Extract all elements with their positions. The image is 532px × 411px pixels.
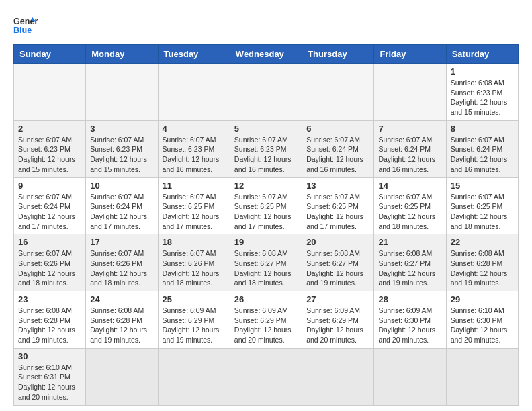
day-number: 24 bbox=[90, 294, 153, 304]
day-number: 30 bbox=[18, 351, 81, 361]
calendar-cell: 3Sunrise: 6:07 AM Sunset: 6:23 PM Daylig… bbox=[86, 120, 158, 177]
calendar-cell: 17Sunrise: 6:07 AM Sunset: 6:26 PM Dayli… bbox=[86, 234, 158, 291]
day-info: Sunrise: 6:07 AM Sunset: 6:25 PM Dayligh… bbox=[378, 192, 441, 232]
calendar-cell: 1Sunrise: 6:08 AM Sunset: 6:23 PM Daylig… bbox=[446, 64, 518, 121]
day-header-friday: Friday bbox=[374, 45, 446, 64]
calendar-cell bbox=[158, 64, 230, 121]
day-number: 7 bbox=[378, 124, 441, 134]
day-info: Sunrise: 6:09 AM Sunset: 6:29 PM Dayligh… bbox=[306, 306, 369, 345]
calendar-cell bbox=[302, 64, 374, 121]
calendar-cell: 9Sunrise: 6:07 AM Sunset: 6:24 PM Daylig… bbox=[14, 177, 86, 234]
calendar-cell: 6Sunrise: 6:07 AM Sunset: 6:24 PM Daylig… bbox=[302, 120, 374, 177]
logo: General Blue bbox=[13, 13, 42, 38]
calendar-week-4: 16Sunrise: 6:07 AM Sunset: 6:26 PM Dayli… bbox=[14, 234, 519, 291]
day-number: 13 bbox=[306, 181, 369, 191]
calendar-cell: 29Sunrise: 6:10 AM Sunset: 6:30 PM Dayli… bbox=[446, 291, 518, 349]
day-number: 25 bbox=[163, 294, 226, 304]
day-info: Sunrise: 6:09 AM Sunset: 6:29 PM Dayligh… bbox=[234, 306, 298, 345]
day-info: Sunrise: 6:08 AM Sunset: 6:27 PM Dayligh… bbox=[306, 248, 369, 288]
day-info: Sunrise: 6:07 AM Sunset: 6:23 PM Dayligh… bbox=[18, 135, 81, 175]
day-number: 20 bbox=[306, 237, 369, 247]
day-number: 17 bbox=[90, 237, 153, 247]
calendar-cell: 18Sunrise: 6:07 AM Sunset: 6:26 PM Dayli… bbox=[158, 234, 230, 291]
svg-text:Blue: Blue bbox=[13, 26, 32, 35]
day-number: 14 bbox=[378, 181, 441, 191]
day-info: Sunrise: 6:08 AM Sunset: 6:27 PM Dayligh… bbox=[378, 248, 441, 288]
calendar-cell: 23Sunrise: 6:08 AM Sunset: 6:28 PM Dayli… bbox=[14, 291, 86, 349]
day-number: 18 bbox=[163, 237, 226, 247]
calendar-cell: 19Sunrise: 6:08 AM Sunset: 6:27 PM Dayli… bbox=[230, 234, 302, 291]
calendar-cell: 13Sunrise: 6:07 AM Sunset: 6:25 PM Dayli… bbox=[302, 177, 374, 234]
day-info: Sunrise: 6:08 AM Sunset: 6:27 PM Dayligh… bbox=[234, 248, 298, 288]
day-info: Sunrise: 6:07 AM Sunset: 6:23 PM Dayligh… bbox=[90, 135, 153, 175]
day-number: 16 bbox=[18, 237, 81, 247]
day-header-thursday: Thursday bbox=[302, 45, 374, 64]
calendar-week-3: 9Sunrise: 6:07 AM Sunset: 6:24 PM Daylig… bbox=[14, 177, 519, 234]
calendar-cell: 21Sunrise: 6:08 AM Sunset: 6:27 PM Dayli… bbox=[374, 234, 446, 291]
day-number: 28 bbox=[378, 294, 441, 304]
calendar-week-1: 1Sunrise: 6:08 AM Sunset: 6:23 PM Daylig… bbox=[14, 64, 519, 121]
day-info: Sunrise: 6:07 AM Sunset: 6:24 PM Dayligh… bbox=[306, 135, 369, 175]
calendar-cell bbox=[374, 64, 446, 121]
day-number: 8 bbox=[451, 124, 514, 134]
calendar-cell: 2Sunrise: 6:07 AM Sunset: 6:23 PM Daylig… bbox=[14, 120, 86, 177]
calendar-cell bbox=[302, 348, 374, 405]
day-info: Sunrise: 6:09 AM Sunset: 6:30 PM Dayligh… bbox=[378, 306, 441, 345]
day-number: 27 bbox=[306, 294, 369, 304]
day-number: 4 bbox=[163, 124, 226, 134]
day-header-monday: Monday bbox=[86, 45, 158, 64]
day-number: 5 bbox=[234, 124, 298, 134]
calendar-cell: 14Sunrise: 6:07 AM Sunset: 6:25 PM Dayli… bbox=[374, 177, 446, 234]
calendar-cell: 26Sunrise: 6:09 AM Sunset: 6:29 PM Dayli… bbox=[230, 291, 302, 349]
day-number: 1 bbox=[451, 66, 514, 77]
day-info: Sunrise: 6:07 AM Sunset: 6:24 PM Dayligh… bbox=[90, 192, 153, 232]
logo-icon: General Blue bbox=[13, 13, 38, 38]
calendar-cell: 30Sunrise: 6:10 AM Sunset: 6:31 PM Dayli… bbox=[14, 348, 86, 405]
day-info: Sunrise: 6:08 AM Sunset: 6:28 PM Dayligh… bbox=[18, 306, 81, 345]
day-info: Sunrise: 6:07 AM Sunset: 6:25 PM Dayligh… bbox=[234, 192, 298, 232]
day-number: 19 bbox=[234, 237, 298, 247]
calendar-cell: 16Sunrise: 6:07 AM Sunset: 6:26 PM Dayli… bbox=[14, 234, 86, 291]
day-number: 6 bbox=[306, 124, 369, 134]
day-info: Sunrise: 6:10 AM Sunset: 6:30 PM Dayligh… bbox=[451, 306, 514, 345]
day-number: 10 bbox=[90, 181, 153, 191]
calendar-cell bbox=[446, 348, 518, 405]
calendar-cell: 12Sunrise: 6:07 AM Sunset: 6:25 PM Dayli… bbox=[230, 177, 302, 234]
calendar-cell bbox=[14, 64, 86, 121]
page-header: General Blue bbox=[13, 13, 519, 38]
calendar-cell: 11Sunrise: 6:07 AM Sunset: 6:25 PM Dayli… bbox=[158, 177, 230, 234]
day-info: Sunrise: 6:07 AM Sunset: 6:23 PM Dayligh… bbox=[163, 135, 226, 175]
day-number: 26 bbox=[234, 294, 298, 304]
calendar-cell bbox=[158, 348, 230, 405]
day-number: 12 bbox=[234, 181, 298, 191]
calendar-cell: 5Sunrise: 6:07 AM Sunset: 6:23 PM Daylig… bbox=[230, 120, 302, 177]
day-info: Sunrise: 6:07 AM Sunset: 6:26 PM Dayligh… bbox=[18, 248, 81, 288]
day-info: Sunrise: 6:07 AM Sunset: 6:24 PM Dayligh… bbox=[18, 192, 81, 232]
day-number: 29 bbox=[451, 294, 514, 304]
calendar-cell: 10Sunrise: 6:07 AM Sunset: 6:24 PM Dayli… bbox=[86, 177, 158, 234]
day-number: 3 bbox=[90, 124, 153, 134]
day-info: Sunrise: 6:07 AM Sunset: 6:24 PM Dayligh… bbox=[451, 135, 514, 175]
day-info: Sunrise: 6:07 AM Sunset: 6:26 PM Dayligh… bbox=[163, 248, 226, 288]
calendar-cell: 22Sunrise: 6:08 AM Sunset: 6:28 PM Dayli… bbox=[446, 234, 518, 291]
day-number: 22 bbox=[451, 237, 514, 247]
calendar-cell: 4Sunrise: 6:07 AM Sunset: 6:23 PM Daylig… bbox=[158, 120, 230, 177]
day-info: Sunrise: 6:08 AM Sunset: 6:28 PM Dayligh… bbox=[451, 248, 514, 288]
day-info: Sunrise: 6:08 AM Sunset: 6:28 PM Dayligh… bbox=[90, 306, 153, 345]
day-number: 2 bbox=[18, 124, 81, 134]
day-info: Sunrise: 6:07 AM Sunset: 6:25 PM Dayligh… bbox=[306, 192, 369, 232]
day-info: Sunrise: 6:07 AM Sunset: 6:26 PM Dayligh… bbox=[90, 248, 153, 288]
calendar-cell bbox=[86, 64, 158, 121]
calendar-week-2: 2Sunrise: 6:07 AM Sunset: 6:23 PM Daylig… bbox=[14, 120, 519, 177]
day-info: Sunrise: 6:08 AM Sunset: 6:23 PM Dayligh… bbox=[451, 78, 514, 118]
day-number: 23 bbox=[18, 294, 81, 304]
calendar-cell: 15Sunrise: 6:07 AM Sunset: 6:25 PM Dayli… bbox=[446, 177, 518, 234]
day-number: 21 bbox=[378, 237, 441, 247]
calendar-cell: 7Sunrise: 6:07 AM Sunset: 6:24 PM Daylig… bbox=[374, 120, 446, 177]
day-info: Sunrise: 6:07 AM Sunset: 6:25 PM Dayligh… bbox=[163, 192, 226, 232]
day-info: Sunrise: 6:07 AM Sunset: 6:25 PM Dayligh… bbox=[451, 192, 514, 232]
day-number: 11 bbox=[163, 181, 226, 191]
calendar-week-6: 30Sunrise: 6:10 AM Sunset: 6:31 PM Dayli… bbox=[14, 348, 519, 405]
calendar-cell bbox=[230, 64, 302, 121]
day-header-saturday: Saturday bbox=[446, 45, 518, 64]
